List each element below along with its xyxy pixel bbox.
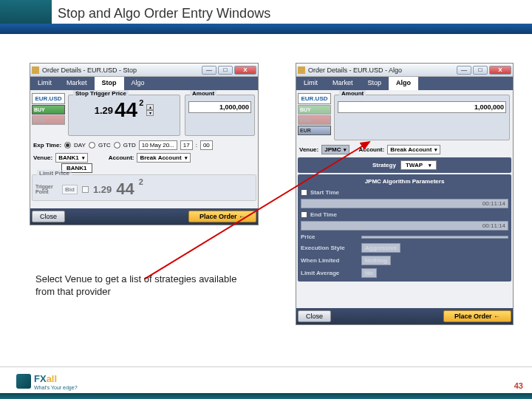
tab-stop[interactable]: Stop: [361, 77, 389, 90]
minimize-button[interactable]: —: [457, 66, 471, 75]
venue-account-row: Venue: JPMC▾ Account: Break Account▾: [296, 143, 513, 156]
minimize-button[interactable]: —: [202, 66, 216, 75]
stop-trigger-price-panel: Stop Trigger Price 1.29 44 2 ▴▾: [68, 95, 180, 136]
exec-style-label: Execution Style: [301, 245, 358, 251]
venue-label: Venue:: [299, 146, 318, 153]
bottom-bar: Close Place Order ←: [296, 308, 513, 324]
close-order-button[interactable]: Close: [298, 310, 331, 322]
app-icon: [298, 66, 305, 74]
venue-account-row: Venue: BANK1▾ BANK1 Account: Break Accou…: [30, 151, 258, 164]
tab-limit[interactable]: Limit: [30, 77, 59, 90]
bottom-bar: Close Place Order ←: [30, 208, 258, 225]
panel-title: Stop Trigger Price: [73, 90, 129, 97]
strategy-label: Strategy: [372, 162, 396, 168]
start-time-checkbox[interactable]: [301, 189, 307, 196]
tab-algo[interactable]: Algo: [389, 77, 418, 90]
buy-button[interactable]: BUY: [32, 105, 65, 115]
price-whole: 1.29: [95, 105, 113, 116]
stop-order-window: Order Details - EUR.USD - Stop — □ X Lim…: [30, 63, 259, 225]
amount-panel: Amount 1,000,000: [334, 95, 510, 140]
algo-order-window: Order Details - EUR.USD - Algo — □ X Lim…: [296, 63, 514, 325]
logo-tagline: What's Your edge?: [34, 385, 78, 390]
caption-text: Select Venue to get a list of strategies…: [35, 273, 242, 299]
date-picker[interactable]: 10 May 20...: [139, 140, 177, 150]
price-big[interactable]: 44: [115, 100, 137, 120]
limit-average-label: Limit Average: [301, 270, 358, 276]
price-frac: 2: [139, 98, 143, 107]
limit-average-dropdown[interactable]: No: [361, 268, 377, 278]
currency-pair[interactable]: EUR.USD: [298, 93, 331, 104]
titlebar[interactable]: Order Details - EUR.USD - Algo — □ X: [296, 64, 513, 77]
tab-stop[interactable]: Stop: [95, 77, 124, 90]
window-title: Order Details - EUR.USD - Stop: [42, 66, 202, 74]
titlebar[interactable]: Order Details - EUR.USD - Stop — □ X: [30, 64, 258, 77]
radio-day[interactable]: [64, 142, 71, 149]
side-buttons: EUR.USD BUY EUR EUR: [298, 93, 331, 142]
currency-toggle[interactable]: EUR: [298, 126, 331, 135]
start-time-input[interactable]: 00:11:14: [301, 199, 508, 208]
buy-button[interactable]: BUY: [298, 105, 331, 115]
app-icon: [32, 66, 39, 74]
footer-strip: [0, 393, 532, 399]
account-label: Account:: [358, 146, 384, 153]
place-order-button[interactable]: Place Order ←: [443, 310, 511, 322]
price-stepper[interactable]: ▴▾: [146, 104, 154, 116]
end-time-input[interactable]: 00:11:14: [301, 221, 508, 231]
tab-algo[interactable]: Algo: [124, 77, 152, 90]
radio-gtd[interactable]: [114, 142, 120, 149]
exp-label: Exp Time:: [33, 142, 61, 149]
order-tabs: Limit Market Stop Algo: [30, 77, 258, 90]
venue-dropdown[interactable]: JPMC▾: [321, 145, 349, 154]
expiry-row: Exp Time: DAY GTC GTD 10 May 20... 17: 0…: [30, 139, 258, 151]
end-time-label: End Time: [310, 211, 368, 218]
slide-title: Stop and Algo Order Entry Windows: [58, 6, 270, 21]
algo-params-panel: JPMC Algorithm Parameters Start Time 00:…: [298, 174, 511, 282]
slide-footer: FXall What's Your edge? 43: [0, 366, 532, 399]
tab-market[interactable]: Market: [59, 77, 95, 90]
fxall-logo: FXall What's Your edge?: [16, 372, 78, 390]
amount-input[interactable]: 1,000,000: [188, 101, 251, 113]
amount-input[interactable]: 1,000,000: [338, 101, 506, 113]
start-time-label: Start Time: [310, 189, 368, 196]
slide-header: Stop and Algo Order Entry Windows: [0, 0, 532, 37]
side-buttons: EUR.USD BUY EUR: [32, 93, 65, 137]
sell-button[interactable]: EUR: [298, 115, 331, 125]
account-dropdown[interactable]: Break Account▾: [137, 153, 190, 163]
limit-price-panel: Limit Price Trigger Point Bid 1.29 44 2: [32, 174, 256, 201]
strategy-row: Strategy TWAP ▾: [298, 157, 511, 173]
venue-dropdown[interactable]: BANK1▾: [55, 153, 88, 163]
page-number: 43: [514, 381, 523, 390]
sell-button[interactable]: EUR: [32, 115, 65, 125]
tab-market[interactable]: Market: [325, 77, 361, 90]
hour-input[interactable]: 17: [180, 140, 193, 150]
trigger-dropdown[interactable]: Bid: [62, 185, 78, 194]
price-label: Price: [301, 233, 358, 240]
window-title: Order Details - EUR.USD - Algo: [308, 66, 457, 74]
venue-label: Venue:: [33, 154, 52, 161]
amount-panel: Amount 1,000,000: [185, 95, 255, 136]
params-title: JPMC Algorithm Parameters: [301, 177, 508, 188]
minute-input[interactable]: 00: [200, 140, 213, 150]
close-button[interactable]: X: [489, 66, 511, 75]
tab-limit[interactable]: Limit: [296, 77, 325, 90]
strategy-dropdown[interactable]: TWAP ▾: [400, 160, 437, 170]
maximize-button[interactable]: □: [473, 66, 488, 75]
panel-title: Amount: [339, 90, 366, 97]
panel-title: Limit Price: [37, 170, 72, 177]
radio-gtc[interactable]: [89, 142, 95, 149]
when-limited-dropdown[interactable]: Nothing: [361, 256, 391, 265]
logo-mark-icon: [16, 374, 31, 389]
account-label: Account:: [109, 154, 134, 161]
order-tabs: Limit Market Stop Algo: [296, 77, 513, 90]
limit-checkbox[interactable]: [82, 186, 89, 193]
panel-title: Amount: [190, 90, 216, 97]
account-dropdown[interactable]: Break Account▾: [387, 145, 440, 154]
price-input[interactable]: [361, 236, 508, 239]
exec-style-dropdown[interactable]: Aggressive: [361, 243, 400, 253]
end-time-checkbox[interactable]: [301, 211, 307, 218]
currency-pair[interactable]: EUR.USD: [32, 93, 65, 104]
close-button[interactable]: X: [234, 66, 256, 75]
close-order-button[interactable]: Close: [32, 211, 65, 222]
place-order-button[interactable]: Place Order ←: [188, 211, 256, 222]
maximize-button[interactable]: □: [218, 66, 233, 75]
